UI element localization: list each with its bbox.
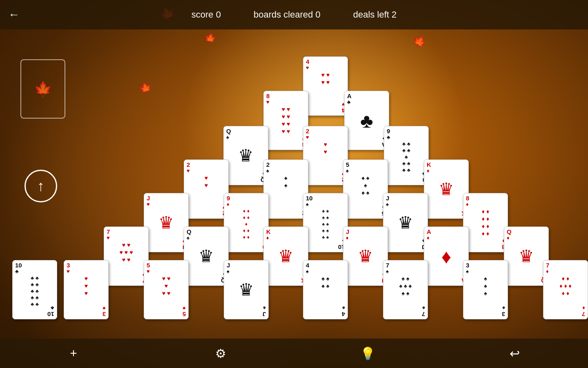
card-r6c4[interactable]: J♦J♦♛: [343, 227, 388, 286]
card-r5c3[interactable]: 10♠10♠♠♠♠♠♠♠♠♠♠♠: [303, 193, 348, 252]
card-r5c1[interactable]: J♥J♥♛: [144, 193, 189, 252]
card-r6c2[interactable]: Q♠Q♠♛: [184, 227, 229, 286]
card-r4c1[interactable]: 2♥2♥♥♥: [184, 159, 229, 219]
card-r7c7[interactable]: 7♦7♦♦♦♦♦♦♦♦: [543, 260, 588, 319]
card-r2c1[interactable]: 8♥8♥♥♥♥♥♥♥♥♥: [263, 91, 308, 150]
card-r7c1[interactable]: 3♥3♥♥♥♥: [64, 260, 109, 319]
card-stock[interactable]: 10♣10♣♣♣♣♣♣♣♣♣♣♣: [12, 260, 57, 319]
score-label: score 0: [192, 9, 221, 20]
card-r6c1[interactable]: 7♥7♥♥♥♥♥♥♥♥: [104, 227, 149, 286]
card-r4c2[interactable]: 2♠2♠♠♠: [263, 159, 308, 219]
card-r5c2[interactable]: 9♦9♦♦♦♦♦♦♦♦♦♦: [224, 193, 269, 252]
card-r6c6[interactable]: Q♦Q♦♛: [504, 227, 549, 286]
back-button[interactable]: ←: [8, 8, 20, 21]
card-r6c3[interactable]: K♦K♦♛: [263, 227, 308, 286]
card-r3c1[interactable]: Q♠Q♠♛: [223, 126, 268, 185]
card-r2c2[interactable]: A♣A♣♣: [344, 91, 389, 150]
card-r1c1[interactable]: 4♥4♥♥♥♥♥: [303, 56, 348, 116]
add-button[interactable]: +: [63, 343, 84, 364]
card-r5c5[interactable]: 8♦8♦♦♦♦♦♦♦♦♦: [463, 193, 508, 252]
card-r7c3[interactable]: J♠J♠♛: [224, 260, 269, 319]
deals-left-label: deals left 2: [353, 9, 396, 20]
topbar: ← score 0 boards cleared 0 deals left 2: [0, 0, 588, 29]
up-arrow-button[interactable]: [24, 170, 57, 202]
card-r3c3[interactable]: 9♣9♣♣♣♣♣♣♣♣♣♣: [384, 126, 429, 185]
card-r3c2[interactable]: 2♥2♥♥♥: [303, 126, 348, 185]
leaf-decor-2: 🍁: [203, 32, 217, 45]
hint-button[interactable]: 💡: [357, 343, 378, 364]
boards-cleared-label: boards cleared 0: [254, 9, 321, 20]
bottombar: + ⚙ 💡 ↩: [0, 339, 588, 368]
card-r7c6[interactable]: 3♠3♠♠♠♠: [463, 260, 508, 319]
card-slot: [20, 59, 65, 119]
card-r7c2[interactable]: 5♥5♥♥♥♥♥♥: [144, 260, 189, 319]
card-r7c4[interactable]: 4♠4♠♠♠♠♠: [303, 260, 348, 319]
card-r4c3[interactable]: 5♠5♠♠♠♠♠♠: [343, 159, 388, 219]
card-r4c4[interactable]: K♦K♦♛: [424, 159, 469, 219]
card-r7c5[interactable]: 7♠7♠♠♠♠♠♠♠♠: [383, 260, 428, 319]
settings-button[interactable]: ⚙: [210, 343, 231, 364]
card-r6c5[interactable]: A♦A♦♦: [424, 227, 469, 286]
undo-button[interactable]: ↩: [504, 343, 525, 364]
card-r5c4[interactable]: J♠J♠♛: [383, 193, 428, 252]
